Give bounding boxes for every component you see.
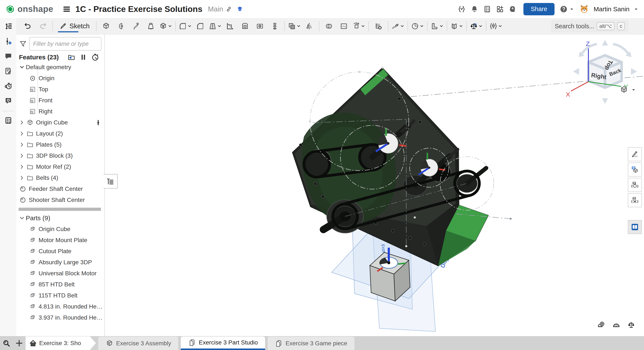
chevron-down-icon[interactable] (217, 24, 222, 28)
suppress-pause-button[interactable] (79, 53, 87, 61)
education-badge-button[interactable] (234, 3, 246, 15)
parts-header[interactable]: Parts (9) (16, 212, 104, 224)
sketch-button[interactable]: Sketch (55, 20, 94, 32)
chevron-down-icon[interactable] (498, 24, 502, 28)
feature-row-motor-ref-2[interactable]: Motor Ref (2) (16, 161, 104, 172)
configured-features-button[interactable] (628, 178, 642, 192)
doc-tab-exercise-3-game-piece[interactable]: Exercise 3 Game piece (267, 336, 354, 350)
chevron-right-icon[interactable] (18, 174, 26, 182)
mass-balance-button[interactable] (626, 320, 636, 330)
rail-feedback-button[interactable] (2, 95, 14, 107)
rail-performance-button[interactable] (2, 80, 14, 92)
part-row-3-937-in-rounded-hex[interactable]: 3.937 in. Rounded Hex... (16, 312, 104, 323)
toolbar-sweep-button[interactable] (128, 20, 143, 32)
feature-row-top[interactable]: Top (16, 84, 104, 95)
toolbar-intersect-button[interactable] (322, 20, 336, 32)
toolbar-chamfer-button[interactable] (193, 20, 208, 32)
part-row-absurdly-large-3dp[interactable]: Absurdly Large 3DP (16, 257, 104, 268)
part-row-4-813-in-rounded-hex[interactable]: 4.813 in. Rounded Hex... (16, 301, 104, 312)
configuration-variables-button[interactable] (628, 193, 642, 207)
toolbar-split-button[interactable] (336, 20, 351, 32)
chevron-down-icon[interactable] (361, 24, 365, 28)
add-tab-button[interactable] (13, 336, 26, 350)
protractor-button[interactable] (611, 320, 622, 330)
feature-row-plates-5[interactable]: Plates (5) (16, 139, 104, 150)
toolbar-surface-button[interactable] (390, 20, 406, 32)
tab-search-button[interactable] (0, 336, 13, 350)
doc-tab-exercise-3-assembly[interactable]: Exercise 3 Assembly (98, 336, 178, 350)
toolbar-enclose-button[interactable] (449, 20, 464, 32)
graphics-viewport[interactable]: Right Top Front (105, 34, 644, 336)
featurescript-button[interactable] (456, 3, 467, 15)
feature-row-right[interactable]: Right (16, 106, 104, 117)
search-tools[interactable]: Search tools... alt/⌥ c (551, 20, 629, 32)
rail-version-tree-button[interactable] (2, 20, 14, 32)
toolbar-hole-button[interactable] (252, 20, 267, 32)
feature-row-origin[interactable]: Origin (16, 73, 104, 84)
toolbar-loft-button[interactable] (143, 20, 158, 32)
view-settings-button[interactable] (619, 85, 637, 94)
new-folder-button[interactable] (67, 53, 76, 61)
user-menu-caret-icon[interactable] (633, 6, 639, 12)
user-name[interactable]: Martin Sanin (594, 5, 630, 13)
chevron-down-icon[interactable] (187, 24, 192, 28)
chevron-right-icon[interactable] (18, 119, 26, 126)
part-row-origin-cube[interactable]: Origin Cube (16, 224, 104, 235)
collapse-tree-button[interactable] (104, 174, 118, 188)
chevron-right-icon[interactable] (18, 163, 26, 171)
feature-row-front[interactable]: Front (16, 95, 104, 106)
toolbar-draft-button[interactable] (208, 20, 222, 32)
chevron-down-icon[interactable] (420, 24, 424, 28)
copy-link-button[interactable] (223, 3, 234, 15)
toolbar-delete-part-button[interactable] (371, 20, 386, 32)
part-row-cutout-plate[interactable]: Cutout Plate (16, 246, 104, 257)
feature-row-origin-cube[interactable]: Origin Cube (16, 117, 104, 128)
rollback-clock-button[interactable] (91, 53, 99, 61)
apps-button[interactable] (494, 3, 506, 15)
part-row-universal-block-motor[interactable]: Universal Block Motor (16, 268, 104, 279)
rollback-handle[interactable] (95, 119, 102, 126)
toolbar-undo-button[interactable] (20, 20, 35, 32)
toolbar-custom-features-button[interactable] (488, 20, 504, 32)
feature-row-layout-2[interactable]: Layout (2) (16, 128, 104, 139)
chevron-down-icon[interactable] (168, 24, 172, 28)
chevron-down-icon[interactable] (400, 24, 404, 28)
configurations-button[interactable] (628, 163, 642, 176)
rail-comments-button[interactable] (2, 50, 14, 62)
chevron-down-icon[interactable] (296, 24, 301, 28)
doc-tab-exercise-3-part-studio[interactable]: Exercise 3 Part Studio (181, 336, 265, 350)
part-row-115t-htd-belt[interactable]: 115T HTD Belt (16, 290, 104, 301)
chevron-right-icon[interactable] (18, 130, 26, 138)
toolbar-linear-pattern-button[interactable] (267, 20, 282, 32)
toolbar-redo-button[interactable] (35, 20, 50, 32)
rollback-bar[interactable] (18, 208, 101, 211)
onshape-logo[interactable]: onshape (0, 4, 53, 14)
toolbar-fillet-button[interactable] (178, 20, 193, 32)
part-row-motor-mount-plate[interactable]: Motor Mount Plate (16, 235, 104, 246)
tasks-button[interactable] (482, 3, 493, 15)
toolbar-extrude-button[interactable] (99, 20, 114, 32)
toolbar-shell-button[interactable] (238, 20, 252, 32)
part-row-85t-htd-belt[interactable]: 85T HTD Belt (16, 279, 104, 290)
toolbar-mass-properties-button[interactable] (469, 20, 484, 32)
rail-checklist-button[interactable] (2, 114, 14, 127)
appearance-palette-button[interactable] (628, 147, 642, 161)
chevron-down-icon[interactable] (459, 24, 463, 28)
filter-input[interactable] (29, 37, 102, 51)
toolbar-circular-pattern-button[interactable] (410, 20, 425, 32)
notifications-button[interactable] (469, 3, 480, 15)
home-tab[interactable]: Exercise 3: Sho (26, 336, 96, 350)
feature-row-belts-4[interactable]: Belts (4) (16, 172, 104, 183)
learning-book-button[interactable] (628, 220, 642, 234)
toolbar-thicken-button[interactable] (158, 20, 173, 32)
toolbar-revolve-button[interactable] (114, 20, 128, 32)
chevron-right-icon[interactable] (18, 141, 26, 149)
workspace-label[interactable]: Main (208, 5, 223, 13)
toolbar-boolean-button[interactable] (287, 20, 302, 32)
chevron-down-icon[interactable] (18, 63, 26, 71)
toolbar-transform-button[interactable] (351, 20, 366, 32)
tape-measure-button[interactable] (596, 320, 606, 330)
rail-insert-new-button[interactable] (2, 35, 14, 47)
help-menu[interactable] (560, 5, 575, 13)
chevron-right-icon[interactable] (18, 152, 26, 160)
